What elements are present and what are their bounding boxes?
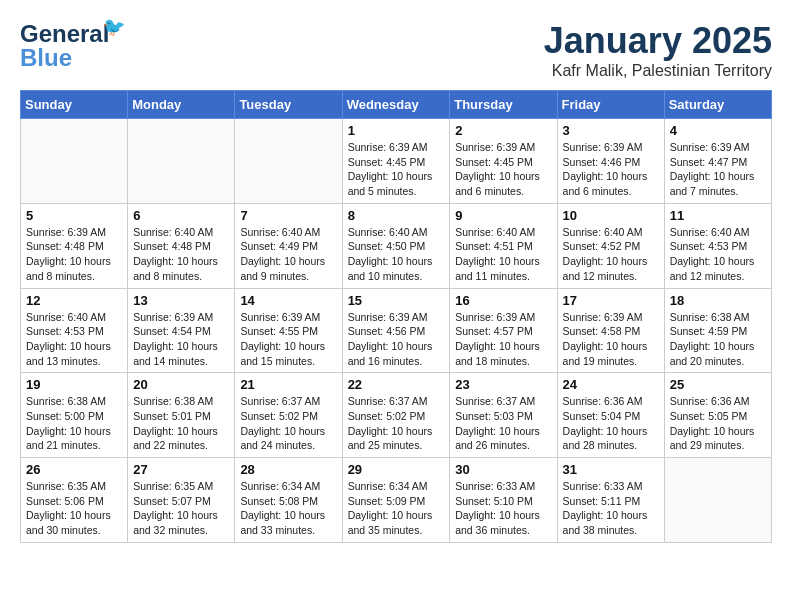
calendar-cell: 1Sunrise: 6:39 AMSunset: 4:45 PMDaylight… xyxy=(342,119,450,204)
calendar-cell: 28Sunrise: 6:34 AMSunset: 5:08 PMDayligh… xyxy=(235,458,342,543)
cell-content: Sunrise: 6:38 AMSunset: 4:59 PMDaylight:… xyxy=(670,310,766,369)
calendar-week-row: 26Sunrise: 6:35 AMSunset: 5:06 PMDayligh… xyxy=(21,458,772,543)
cell-content: Sunrise: 6:39 AMSunset: 4:48 PMDaylight:… xyxy=(26,225,122,284)
day-number: 6 xyxy=(133,208,229,223)
day-number: 20 xyxy=(133,377,229,392)
calendar-cell: 14Sunrise: 6:39 AMSunset: 4:55 PMDayligh… xyxy=(235,288,342,373)
cell-content: Sunrise: 6:40 AMSunset: 4:48 PMDaylight:… xyxy=(133,225,229,284)
day-number: 2 xyxy=(455,123,551,138)
calendar-cell: 24Sunrise: 6:36 AMSunset: 5:04 PMDayligh… xyxy=(557,373,664,458)
cell-content: Sunrise: 6:34 AMSunset: 5:09 PMDaylight:… xyxy=(348,479,445,538)
calendar-cell: 15Sunrise: 6:39 AMSunset: 4:56 PMDayligh… xyxy=(342,288,450,373)
calendar-cell: 11Sunrise: 6:40 AMSunset: 4:53 PMDayligh… xyxy=(664,203,771,288)
calendar-cell xyxy=(128,119,235,204)
day-number: 27 xyxy=(133,462,229,477)
title-block: January 2025 Kafr Malik, Palestinian Ter… xyxy=(544,20,772,80)
calendar-cell: 25Sunrise: 6:36 AMSunset: 5:05 PMDayligh… xyxy=(664,373,771,458)
weekday-header-monday: Monday xyxy=(128,91,235,119)
month-title: January 2025 xyxy=(544,20,772,62)
calendar-cell: 20Sunrise: 6:38 AMSunset: 5:01 PMDayligh… xyxy=(128,373,235,458)
calendar-cell: 29Sunrise: 6:34 AMSunset: 5:09 PMDayligh… xyxy=(342,458,450,543)
weekday-header-thursday: Thursday xyxy=(450,91,557,119)
weekday-header-sunday: Sunday xyxy=(21,91,128,119)
cell-content: Sunrise: 6:39 AMSunset: 4:57 PMDaylight:… xyxy=(455,310,551,369)
calendar-cell: 18Sunrise: 6:38 AMSunset: 4:59 PMDayligh… xyxy=(664,288,771,373)
calendar-week-row: 19Sunrise: 6:38 AMSunset: 5:00 PMDayligh… xyxy=(21,373,772,458)
calendar-cell: 21Sunrise: 6:37 AMSunset: 5:02 PMDayligh… xyxy=(235,373,342,458)
calendar-cell: 27Sunrise: 6:35 AMSunset: 5:07 PMDayligh… xyxy=(128,458,235,543)
cell-content: Sunrise: 6:37 AMSunset: 5:02 PMDaylight:… xyxy=(240,394,336,453)
cell-content: Sunrise: 6:37 AMSunset: 5:02 PMDaylight:… xyxy=(348,394,445,453)
day-number: 18 xyxy=(670,293,766,308)
cell-content: Sunrise: 6:40 AMSunset: 4:49 PMDaylight:… xyxy=(240,225,336,284)
cell-content: Sunrise: 6:39 AMSunset: 4:55 PMDaylight:… xyxy=(240,310,336,369)
day-number: 19 xyxy=(26,377,122,392)
calendar-cell: 7Sunrise: 6:40 AMSunset: 4:49 PMDaylight… xyxy=(235,203,342,288)
cell-content: Sunrise: 6:40 AMSunset: 4:53 PMDaylight:… xyxy=(670,225,766,284)
calendar-table: SundayMondayTuesdayWednesdayThursdayFrid… xyxy=(20,90,772,543)
cell-content: Sunrise: 6:36 AMSunset: 5:04 PMDaylight:… xyxy=(563,394,659,453)
location-subtitle: Kafr Malik, Palestinian Territory xyxy=(544,62,772,80)
calendar-cell: 26Sunrise: 6:35 AMSunset: 5:06 PMDayligh… xyxy=(21,458,128,543)
calendar-cell xyxy=(235,119,342,204)
cell-content: Sunrise: 6:40 AMSunset: 4:52 PMDaylight:… xyxy=(563,225,659,284)
cell-content: Sunrise: 6:34 AMSunset: 5:08 PMDaylight:… xyxy=(240,479,336,538)
day-number: 22 xyxy=(348,377,445,392)
day-number: 14 xyxy=(240,293,336,308)
cell-content: Sunrise: 6:38 AMSunset: 5:00 PMDaylight:… xyxy=(26,394,122,453)
calendar-cell: 30Sunrise: 6:33 AMSunset: 5:10 PMDayligh… xyxy=(450,458,557,543)
cell-content: Sunrise: 6:37 AMSunset: 5:03 PMDaylight:… xyxy=(455,394,551,453)
weekday-header-wednesday: Wednesday xyxy=(342,91,450,119)
calendar-cell: 19Sunrise: 6:38 AMSunset: 5:00 PMDayligh… xyxy=(21,373,128,458)
cell-content: Sunrise: 6:39 AMSunset: 4:58 PMDaylight:… xyxy=(563,310,659,369)
calendar-cell: 6Sunrise: 6:40 AMSunset: 4:48 PMDaylight… xyxy=(128,203,235,288)
cell-content: Sunrise: 6:39 AMSunset: 4:47 PMDaylight:… xyxy=(670,140,766,199)
calendar-cell: 13Sunrise: 6:39 AMSunset: 4:54 PMDayligh… xyxy=(128,288,235,373)
weekday-header-friday: Friday xyxy=(557,91,664,119)
day-number: 7 xyxy=(240,208,336,223)
cell-content: Sunrise: 6:38 AMSunset: 5:01 PMDaylight:… xyxy=(133,394,229,453)
day-number: 30 xyxy=(455,462,551,477)
cell-content: Sunrise: 6:40 AMSunset: 4:50 PMDaylight:… xyxy=(348,225,445,284)
day-number: 9 xyxy=(455,208,551,223)
weekday-header-row: SundayMondayTuesdayWednesdayThursdayFrid… xyxy=(21,91,772,119)
day-number: 29 xyxy=(348,462,445,477)
weekday-header-saturday: Saturday xyxy=(664,91,771,119)
calendar-cell: 12Sunrise: 6:40 AMSunset: 4:53 PMDayligh… xyxy=(21,288,128,373)
calendar-cell xyxy=(21,119,128,204)
day-number: 4 xyxy=(670,123,766,138)
calendar-cell: 4Sunrise: 6:39 AMSunset: 4:47 PMDaylight… xyxy=(664,119,771,204)
day-number: 28 xyxy=(240,462,336,477)
day-number: 15 xyxy=(348,293,445,308)
day-number: 13 xyxy=(133,293,229,308)
day-number: 24 xyxy=(563,377,659,392)
calendar-cell xyxy=(664,458,771,543)
cell-content: Sunrise: 6:40 AMSunset: 4:51 PMDaylight:… xyxy=(455,225,551,284)
day-number: 5 xyxy=(26,208,122,223)
cell-content: Sunrise: 6:39 AMSunset: 4:45 PMDaylight:… xyxy=(348,140,445,199)
day-number: 23 xyxy=(455,377,551,392)
day-number: 8 xyxy=(348,208,445,223)
page-header: General 🐦 Blue January 2025 Kafr Malik, … xyxy=(20,20,772,80)
day-number: 26 xyxy=(26,462,122,477)
calendar-week-row: 5Sunrise: 6:39 AMSunset: 4:48 PMDaylight… xyxy=(21,203,772,288)
logo-general: General xyxy=(20,20,109,47)
calendar-cell: 9Sunrise: 6:40 AMSunset: 4:51 PMDaylight… xyxy=(450,203,557,288)
calendar-cell: 10Sunrise: 6:40 AMSunset: 4:52 PMDayligh… xyxy=(557,203,664,288)
logo-bird-icon: 🐦 xyxy=(103,16,125,38)
day-number: 12 xyxy=(26,293,122,308)
cell-content: Sunrise: 6:39 AMSunset: 4:45 PMDaylight:… xyxy=(455,140,551,199)
cell-content: Sunrise: 6:35 AMSunset: 5:06 PMDaylight:… xyxy=(26,479,122,538)
day-number: 31 xyxy=(563,462,659,477)
cell-content: Sunrise: 6:39 AMSunset: 4:56 PMDaylight:… xyxy=(348,310,445,369)
cell-content: Sunrise: 6:39 AMSunset: 4:46 PMDaylight:… xyxy=(563,140,659,199)
calendar-cell: 23Sunrise: 6:37 AMSunset: 5:03 PMDayligh… xyxy=(450,373,557,458)
cell-content: Sunrise: 6:39 AMSunset: 4:54 PMDaylight:… xyxy=(133,310,229,369)
calendar-cell: 2Sunrise: 6:39 AMSunset: 4:45 PMDaylight… xyxy=(450,119,557,204)
cell-content: Sunrise: 6:36 AMSunset: 5:05 PMDaylight:… xyxy=(670,394,766,453)
calendar-cell: 31Sunrise: 6:33 AMSunset: 5:11 PMDayligh… xyxy=(557,458,664,543)
day-number: 1 xyxy=(348,123,445,138)
day-number: 3 xyxy=(563,123,659,138)
calendar-week-row: 1Sunrise: 6:39 AMSunset: 4:45 PMDaylight… xyxy=(21,119,772,204)
day-number: 17 xyxy=(563,293,659,308)
